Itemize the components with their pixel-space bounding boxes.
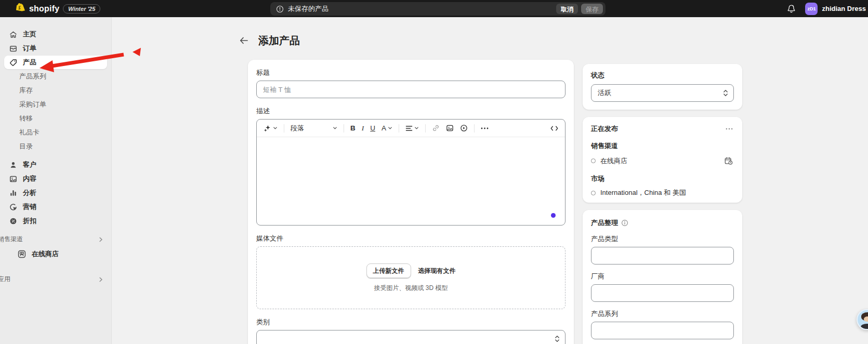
notifications-bell-icon[interactable] (786, 3, 797, 15)
sidebar-item-content[interactable]: 内容 (4, 172, 107, 186)
alignment-button[interactable] (403, 123, 422, 134)
sidebar-item-home[interactable]: 主页 (4, 28, 107, 41)
vendor-input[interactable] (591, 284, 734, 302)
channel-name: 在线商店 (600, 156, 723, 166)
avatar-photo (861, 312, 868, 321)
topbar: shopify Winter '25 未保存的产品 取消 保存 zD1 zhid… (0, 0, 868, 17)
vendor-label: 厂商 (591, 272, 734, 281)
user-avatar: zD1 (805, 3, 818, 15)
product-form-card: 标题 描述 段落 B I U A (248, 60, 574, 344)
sidebar-item-label: 折扣 (23, 216, 36, 226)
editor-toolbar: 段落 B I U A (257, 120, 565, 137)
media-actions: 上传新文件 选择现有文件 (366, 263, 456, 279)
back-arrow-icon[interactable] (236, 33, 251, 48)
support-chat-avatar[interactable] (857, 309, 868, 330)
updown-chevrons-icon (555, 335, 560, 342)
chevron-down-icon (333, 126, 337, 130)
description-label: 描述 (256, 107, 565, 116)
chevron-down-icon (414, 126, 419, 130)
paragraph-style-value: 段落 (291, 124, 304, 133)
sidebar-item-discounts[interactable]: 折扣 (4, 214, 107, 228)
storefront-icon (17, 249, 27, 259)
sidebar-item-marketing[interactable]: 营销 (4, 200, 107, 214)
sidebar-item-purchase-orders[interactable]: 采购订单 (4, 98, 107, 111)
media-dropzone[interactable]: 上传新文件 选择现有文件 接受图片、视频或 3D 模型 (256, 246, 565, 309)
publishing-card: 正在发布 销售渠道 在线商店 市场 International，China 和 … (583, 117, 742, 203)
paragraph-style-dropdown[interactable]: 段落 (288, 122, 340, 135)
unsaved-changes-bar: 未保存的产品 取消 保存 (270, 2, 606, 16)
updown-chevrons-icon (723, 89, 728, 97)
home-icon (9, 30, 18, 39)
sidebar-item-collections[interactable]: 产品系列 (4, 70, 107, 83)
sales-channels-subhead: 销售渠道 (591, 141, 734, 151)
magic-ai-button[interactable] (261, 122, 280, 134)
sidebar-item-orders[interactable]: 订单 (4, 42, 107, 55)
publishing-more-icon[interactable] (725, 127, 734, 131)
info-circle-icon[interactable] (621, 219, 628, 227)
cancel-button[interactable]: 取消 (556, 4, 578, 14)
sales-channels-section[interactable]: 销售渠道 (0, 235, 104, 244)
description-textarea[interactable] (257, 137, 565, 225)
annotation-triangle (133, 48, 141, 56)
title-input[interactable] (256, 81, 565, 98)
bold-button[interactable]: B (348, 122, 358, 134)
insert-video-icon[interactable] (457, 122, 470, 134)
organization-title: 产品整理 (591, 218, 618, 228)
text-color-button[interactable]: A (379, 122, 395, 134)
brand-name: shopify (29, 4, 59, 14)
sidebar-item-label: 分析 (23, 188, 36, 197)
sales-channels-label: 销售渠道 (0, 235, 23, 244)
upload-new-button[interactable]: 上传新文件 (366, 263, 411, 279)
media-hint: 接受图片、视频或 3D 模型 (374, 284, 448, 293)
unsaved-message: 未保存的产品 (288, 4, 328, 14)
link-icon[interactable] (429, 122, 442, 134)
text-color-glyph: A (382, 124, 386, 132)
chevron-right-icon (98, 236, 104, 243)
collections-label: 产品系列 (591, 309, 734, 319)
product-type-label: 产品类型 (591, 234, 734, 244)
save-button[interactable]: 保存 (581, 4, 603, 14)
channel-row: 在线商店 (591, 155, 734, 166)
sidebar-item-label: 产品 (23, 58, 36, 67)
chevron-down-icon (388, 126, 392, 130)
sidebar-item-gift-cards[interactable]: 礼品卡 (4, 126, 107, 139)
more-options-icon[interactable] (478, 125, 491, 131)
page-title: 添加产品 (258, 34, 300, 48)
select-existing-button[interactable]: 选择现有文件 (418, 267, 456, 275)
product-type-input[interactable] (591, 247, 734, 264)
shopify-brand: shopify Winter '25 (0, 3, 100, 14)
italic-button[interactable]: I (359, 122, 367, 135)
target-cursor-icon (9, 203, 18, 211)
media-label: 媒体文件 (256, 234, 565, 243)
shopify-logo-icon (16, 3, 25, 14)
version-badge: Winter '25 (63, 4, 100, 14)
markets-value: International，China 和 美国 (600, 188, 734, 197)
info-icon (276, 5, 284, 13)
apps-label: 应用 (0, 275, 10, 284)
person-icon (9, 161, 18, 169)
category-select[interactable] (256, 330, 565, 344)
sidebar-item-products[interactable]: 产品 (4, 56, 107, 69)
status-select[interactable]: 活跃 (591, 84, 734, 102)
markets-radio-icon (591, 191, 596, 195)
channel-radio-icon (591, 158, 596, 163)
user-menu[interactable]: zD1 zhidian Dress (805, 3, 866, 15)
show-html-code-icon[interactable] (548, 123, 561, 134)
sidebar-item-customers[interactable]: 客户 (4, 158, 107, 171)
magic-assist-dot (551, 213, 556, 218)
sidebar-item-transfers[interactable]: 转移 (4, 112, 107, 125)
sidebar-item-label: 营销 (23, 202, 36, 211)
sidebar-item-online-store[interactable]: 在线商店 (4, 247, 107, 261)
product-organization-card: 产品整理 产品类型 厂商 产品系列 (583, 210, 742, 344)
chevron-right-icon (98, 276, 104, 283)
schedule-calendar-icon[interactable] (723, 155, 734, 166)
sidebar-item-catalogs[interactable]: 目录 (4, 140, 107, 153)
insert-image-icon[interactable] (443, 122, 456, 134)
sidebar-item-analytics[interactable]: 分析 (4, 186, 107, 200)
category-label: 类别 (256, 317, 565, 327)
apps-section[interactable]: 应用 (0, 275, 104, 284)
underline-button[interactable]: U (367, 122, 378, 134)
collections-input[interactable] (591, 322, 734, 339)
status-card: 状态 活跃 (583, 64, 742, 110)
sidebar-item-inventory[interactable]: 库存 (4, 84, 107, 97)
